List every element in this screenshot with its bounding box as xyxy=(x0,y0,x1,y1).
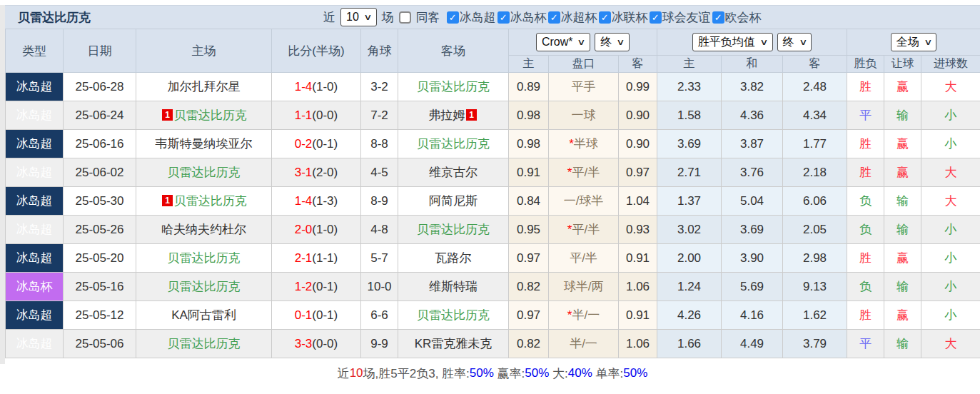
league-filter-checkbox[interactable]: ✓ xyxy=(497,11,510,24)
league-filter: ✓欧会杯 xyxy=(712,9,762,26)
avg-state-select[interactable]: 终 ∨ xyxy=(777,33,812,51)
halftime-score: (1-3) xyxy=(312,194,338,208)
avg-draw-cell: 3.69 xyxy=(722,216,783,244)
league-cell: 冰岛超 xyxy=(6,73,64,101)
handicap-cell: 输 xyxy=(884,216,921,244)
league-filters: ✓冰岛超✓冰岛杯✓冰超杯✓冰联杯✓球会友谊✓欧会杯 xyxy=(445,9,762,26)
away-team-cell: 贝雷达比历克 xyxy=(398,301,509,330)
odds-select-group: Crow* ∨ 终 ∨ xyxy=(509,29,657,56)
scope-select[interactable]: 全场 ∨ xyxy=(891,33,937,51)
handicap-cell: 赢 xyxy=(884,301,921,330)
league-cell: 冰岛超 xyxy=(6,130,64,158)
odds-line-cell: 半/一 xyxy=(549,330,619,358)
corner-cell: 4-8 xyxy=(361,216,398,244)
fulltime-score: 3-3 xyxy=(295,337,313,350)
odds-line-cell: *半/一 xyxy=(549,301,619,330)
summary-segment: 场,胜5平2负3, 胜率: xyxy=(363,365,470,382)
favourite-star: * xyxy=(569,137,574,151)
avg-select-group: 胜平负均值 ∨ 终 ∨ xyxy=(657,29,847,56)
score-cell: 0-2(0-1) xyxy=(272,130,361,158)
match-row: 冰岛超25-06-16韦斯特曼纳埃亚尔0-2(0-1)8-8贝雷达比历克0.98… xyxy=(6,130,980,158)
result-cell: 胜 xyxy=(847,301,884,330)
league-filter-checkbox[interactable]: ✓ xyxy=(447,11,459,24)
result-cell: 胜 xyxy=(847,73,884,101)
goals-cell: 小 xyxy=(921,273,980,301)
avg-home-cell: 2.71 xyxy=(657,158,722,187)
league-cell: 冰岛超 xyxy=(6,244,64,273)
away-team-cell: 维斯特瑞 xyxy=(398,273,509,301)
score-cell: 3-1(2-0) xyxy=(272,158,361,187)
corner-cell: 6-6 xyxy=(361,301,398,330)
league-filter-checkbox[interactable]: ✓ xyxy=(599,11,611,24)
league-filter-checkbox[interactable]: ✓ xyxy=(650,11,662,24)
recent-count-value: 10 xyxy=(346,10,359,24)
avg-away-cell: 1.62 xyxy=(783,301,847,330)
halftime-score: (0-1) xyxy=(312,137,338,151)
page-title: 贝雷达比历克 xyxy=(18,9,323,26)
avg-home-cell: 1.24 xyxy=(657,273,722,301)
home-team-cell: KA阿古雷利 xyxy=(136,301,272,330)
col-header-odds-away: 客 xyxy=(619,56,657,73)
result-cell: 平 xyxy=(847,330,884,358)
league-filter: ✓球会友谊 xyxy=(650,9,711,26)
summary-segment: 40% xyxy=(568,366,592,380)
away-team-cell: 贝雷达比历克 xyxy=(398,73,509,101)
league-filter-checkbox[interactable]: ✓ xyxy=(712,11,724,24)
odds-line-cell: 一球 xyxy=(549,101,619,130)
col-header-goals: 进球数 xyxy=(921,56,980,73)
corner-cell: 8-8 xyxy=(361,130,398,158)
col-header-handicap: 让球 xyxy=(884,56,921,73)
scope-value: 全场 xyxy=(896,35,919,49)
league-cell: 冰岛超 xyxy=(6,187,64,216)
home-team-name: 贝雷达比历克 xyxy=(168,280,241,293)
score-cell: 1-1(0-0) xyxy=(272,101,361,130)
match-row: 冰岛超25-06-28加尔扎拜尔星1-4(1-0)3-2贝雷达比历克0.89平手… xyxy=(6,73,980,101)
col-header-avg-away: 客 xyxy=(783,56,847,73)
halftime-score: (0-1) xyxy=(312,308,338,322)
score-cell: 1-4(1-3) xyxy=(272,187,361,216)
odds-provider-select[interactable]: Crow* ∨ xyxy=(536,33,590,51)
handicap-cell: 赢 xyxy=(884,244,921,273)
halftime-score: (0-1) xyxy=(312,280,338,293)
score-cell: 2-0(1-0) xyxy=(272,216,361,244)
odds-away-cell: 0.93 xyxy=(619,216,657,244)
handicap-line: 平/半 xyxy=(570,251,597,265)
avg-home-cell: 1.66 xyxy=(657,330,722,358)
summary-segment: 赢率: xyxy=(494,365,525,382)
odds-state-select[interactable]: 终 ∨ xyxy=(595,33,630,51)
odds-line-cell: 平手 xyxy=(549,73,619,101)
league-cell: 冰岛超 xyxy=(6,330,64,358)
result-cell: 负 xyxy=(847,187,884,216)
odds-home-cell: 0.98 xyxy=(509,101,549,130)
goals-cell: 小 xyxy=(921,301,980,330)
score-cell: 1-4(1-0) xyxy=(272,73,361,101)
odds-away-cell: 1.06 xyxy=(619,273,657,301)
date-cell: 25-06-16 xyxy=(64,130,136,158)
home-team-cell: 贝雷达比历克 xyxy=(136,330,272,358)
halftime-score: (1-1) xyxy=(312,251,338,265)
away-team-cell: KR雷克雅未克 xyxy=(398,330,509,358)
date-cell: 25-05-16 xyxy=(64,273,136,301)
avg-provider-select[interactable]: 胜平负均值 ∨ xyxy=(692,33,773,51)
home-team-name: 贝雷达比历克 xyxy=(168,166,241,179)
odds-line-cell: 球半/两 xyxy=(549,273,619,301)
same-opponent-checkbox[interactable] xyxy=(399,11,411,24)
avg-draw-cell: 4.36 xyxy=(722,101,783,130)
odds-home-cell: 0.82 xyxy=(509,330,549,358)
home-team-name: 贝雷达比历克 xyxy=(174,108,247,122)
filter-controls: 近 10 ∨ 场 同客 ✓冰岛超✓冰岛杯✓冰超杯✓冰联杯✓球会友谊✓欧会杯 xyxy=(323,8,762,26)
recent-count-select[interactable]: 10 ∨ xyxy=(340,8,377,26)
result-cell: 平 xyxy=(847,101,884,130)
away-team-name: 弗拉姆 xyxy=(428,108,465,122)
handicap-cell: 赢 xyxy=(884,130,921,158)
corner-cell: 3-2 xyxy=(361,73,398,101)
summary-segment: 近 xyxy=(338,365,350,382)
league-filter-checkbox[interactable]: ✓ xyxy=(548,11,560,24)
avg-home-cell: 1.58 xyxy=(657,101,722,130)
result-cell: 负 xyxy=(847,216,884,244)
avg-away-cell: 2.98 xyxy=(783,244,847,273)
home-team-name: 加尔扎拜尔星 xyxy=(168,80,241,94)
away-team-cell: 阿简尼斯 xyxy=(398,187,509,216)
home-team-cell: 加尔扎拜尔星 xyxy=(136,73,272,101)
avg-away-cell: 4.34 xyxy=(783,101,847,130)
